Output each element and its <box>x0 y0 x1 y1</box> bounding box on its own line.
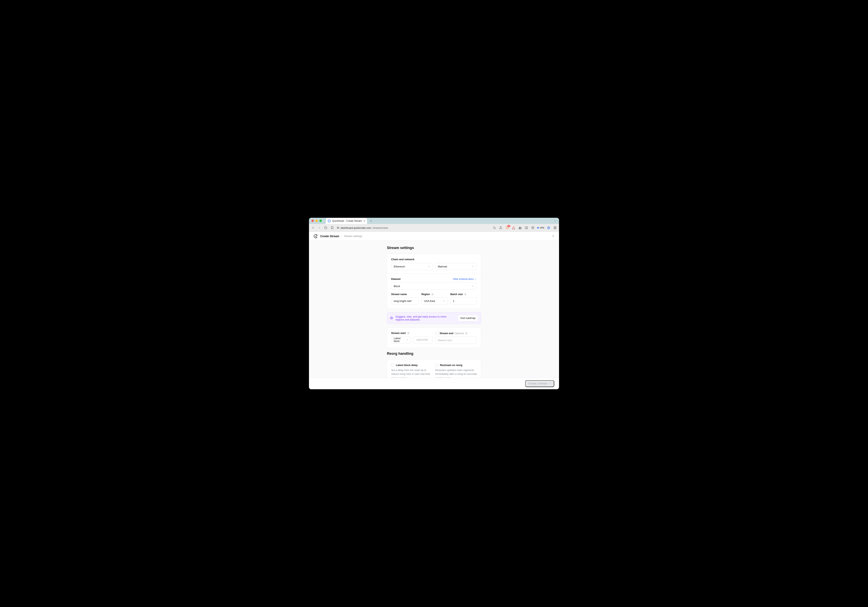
chevron-right-icon <box>549 382 551 385</box>
url-path: /streams/new <box>372 226 388 229</box>
label-dataset: Dataset <box>391 277 400 280</box>
select-network-value: Mainnet <box>438 265 447 268</box>
info-icon[interactable]: i <box>464 293 467 296</box>
window-zoom-dot[interactable] <box>319 220 322 222</box>
titlebar: QuickNode - Create Stream × + <box>309 218 559 224</box>
share-icon[interactable] <box>499 226 503 230</box>
panel-icon[interactable] <box>524 226 529 230</box>
site-settings-icon <box>336 226 339 229</box>
chevron-down-icon <box>443 299 445 302</box>
window-minimize-dot[interactable] <box>315 220 318 222</box>
checkbox-restream[interactable] <box>435 364 439 367</box>
label-stream-name: Stream name <box>391 293 419 296</box>
input-stream-end[interactable] <box>438 339 474 342</box>
nav-back-icon[interactable] <box>311 226 315 230</box>
create-stream-button[interactable]: Create a Stream <box>525 380 554 387</box>
extensions-icon[interactable] <box>518 226 522 230</box>
select-chain[interactable]: Ethereum <box>391 263 433 270</box>
chevron-down-icon <box>428 265 430 268</box>
divider <box>387 274 481 274</box>
input-stream-start-wrapper <box>414 336 433 343</box>
select-region[interactable]: USA East <box>422 297 448 305</box>
bookmark-icon[interactable] <box>330 226 334 230</box>
select-dataset-value: Block <box>394 285 400 288</box>
tabs-overflow-icon[interactable] <box>554 219 556 222</box>
close-icon[interactable]: × <box>552 234 554 238</box>
input-stream-name-wrapper <box>391 297 419 305</box>
breadcrumb-title: Create Stream <box>320 235 339 238</box>
update-icon[interactable] <box>531 226 535 230</box>
page-scroll[interactable]: Stream settings Chain and network Ethere… <box>309 241 559 389</box>
visit-roadmap-button[interactable]: Visit roadmap <box>458 315 478 321</box>
app-header: Create Stream › Stream settings × <box>309 232 559 241</box>
browser-toolbar: dashboard.quicknode.com/streams/new VPN <box>309 224 559 232</box>
chevron-right-icon <box>474 278 477 280</box>
nav-reload-icon[interactable] <box>324 226 328 230</box>
zoom-icon[interactable] <box>492 226 496 230</box>
select-stream-start-value: Latest block <box>394 337 406 342</box>
row-restream: Restream on reorg <box>435 364 477 367</box>
checkbox-latest-block-delay[interactable] <box>391 364 394 367</box>
vpn-indicator[interactable]: VPN <box>537 226 544 229</box>
browser-window: QuickNode - Create Stream × + dashboard.… <box>309 218 559 389</box>
label-chain-network: Chain and network <box>391 258 477 261</box>
banner-message: Suggest, vote, and get early access to m… <box>395 315 455 321</box>
roadmap-banner: Suggest, vote, and get early access to m… <box>387 312 481 324</box>
extension-brave-icon[interactable] <box>505 226 509 230</box>
footer: Create a Stream <box>309 378 559 389</box>
svg-rect-0 <box>337 227 339 228</box>
input-batch-size-wrapper <box>450 297 477 305</box>
browser-tab[interactable]: QuickNode - Create Stream × <box>326 218 367 224</box>
app-logo <box>314 234 318 238</box>
tab-close-icon[interactable]: × <box>363 219 365 223</box>
breadcrumb-separator: › <box>341 235 342 238</box>
new-tab-button[interactable]: + <box>369 218 373 223</box>
label-latest-block-delay: Latest block delay <box>396 364 418 367</box>
label-region: Region i <box>422 293 448 296</box>
link-schema-docs[interactable]: View schema docs <box>453 278 477 280</box>
label-batch-size: Batch size i <box>450 293 477 296</box>
checkbox-stream-end[interactable] <box>435 332 439 335</box>
tab-title: QuickNode - Create Stream <box>332 220 362 222</box>
breadcrumb-current: Stream settings <box>344 235 362 238</box>
window-close-dot[interactable] <box>312 220 314 222</box>
svg-rect-1 <box>337 228 339 228</box>
input-batch-size[interactable] <box>453 299 474 302</box>
chevron-down-icon <box>406 338 409 341</box>
star-icon <box>390 316 393 320</box>
nav-forward-icon[interactable] <box>318 226 321 230</box>
input-stream-end-wrapper <box>435 336 477 344</box>
svg-line-3 <box>495 228 496 229</box>
select-stream-start-mode[interactable]: Latest block <box>391 336 411 343</box>
window-controls <box>312 220 322 222</box>
select-chain-value: Ethereum <box>394 265 405 268</box>
select-region-value: USA East <box>424 299 435 302</box>
section-title-reorg: Reorg handling <box>387 352 481 356</box>
row-latest-block-delay: Latest block delay <box>391 364 433 367</box>
card-stream-settings: Chain and network Ethereum Mainnet <box>387 254 481 309</box>
chevron-down-icon <box>471 285 474 288</box>
info-icon[interactable]: i <box>407 332 410 334</box>
select-dataset[interactable]: Block <box>391 282 477 290</box>
chevron-down-icon <box>471 265 474 268</box>
profile-icon[interactable] <box>547 226 550 230</box>
input-stream-start[interactable] <box>416 338 430 341</box>
svg-marker-11 <box>390 316 393 319</box>
label-stream-start: Stream start i <box>391 332 433 334</box>
tab-favicon <box>328 220 331 222</box>
url-host: dashboard.quicknode.com <box>341 226 371 229</box>
input-stream-name[interactable] <box>394 299 416 302</box>
menu-icon[interactable] <box>553 226 557 230</box>
card-stream-range: Stream start i Latest block <box>387 328 481 348</box>
svg-rect-5 <box>525 227 528 229</box>
extension-alert-icon[interactable] <box>512 226 516 230</box>
breadcrumb: Create Stream › Stream settings <box>320 235 362 238</box>
section-title-stream-settings: Stream settings <box>387 246 481 250</box>
label-stream-end: Stream end Optional i <box>435 332 477 335</box>
label-restream: Restream on reorg <box>440 364 462 367</box>
select-network[interactable]: Mainnet <box>435 263 477 270</box>
info-icon[interactable]: i <box>431 293 434 296</box>
svg-point-8 <box>547 226 550 229</box>
address-bar[interactable]: dashboard.quicknode.com/streams/new <box>336 226 388 229</box>
info-icon[interactable]: i <box>465 332 468 335</box>
